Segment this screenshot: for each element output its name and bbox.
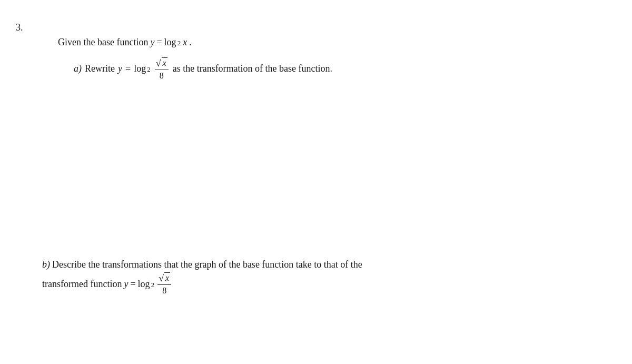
part-a: a) Rewrite y = log2 √x 8 as the transfor…: [74, 57, 600, 81]
part-b-var-y: y: [124, 279, 128, 290]
part-b-sqrt: √x: [159, 272, 170, 284]
main-log-expr: log2: [164, 37, 181, 48]
part-b-log: log: [138, 279, 150, 290]
part-b-sqrt-symbol: √: [159, 273, 164, 283]
part-a-log-base: 2: [147, 65, 151, 74]
main-equals: =: [156, 37, 162, 48]
part-a-sqrt-symbol: √: [156, 58, 161, 68]
page: 3. Given the base function y = log2 x . …: [0, 0, 632, 364]
part-a-sqrt-radicand: x: [162, 57, 167, 69]
part-b-log-base: 2: [151, 281, 155, 289]
part-a-denominator: 8: [159, 70, 165, 81]
part-a-log: log: [134, 63, 146, 74]
given-text: Given the base function: [58, 37, 148, 48]
part-a-suffix: as the transformation of the base functi…: [173, 63, 332, 74]
part-b-line1: b) Describe the transformations that the…: [42, 259, 362, 270]
part-a-fraction: √x 8: [155, 57, 169, 81]
part-b-log-expr: log2: [138, 279, 155, 290]
part-b-line2: transformed function y = log2 √x 8: [42, 272, 362, 296]
part-a-sqrt: √x: [156, 57, 167, 69]
question-main-line: Given the base function y = log2 x .: [58, 37, 600, 48]
part-b-numerator: √x: [157, 272, 171, 285]
part-a-equals: =: [125, 63, 131, 74]
part-b-fraction: √x 8: [157, 272, 171, 296]
part-b-line1-text: Describe the transformations that the gr…: [52, 259, 362, 270]
part-b: b) Describe the transformations that the…: [42, 259, 362, 296]
part-a-label: a): [74, 63, 82, 74]
question-number: 3.: [16, 22, 23, 33]
main-log-base: 2: [177, 39, 181, 47]
part-a-rewrite: Rewrite: [85, 63, 115, 74]
part-a-numerator: √x: [155, 57, 169, 70]
main-var-y: y: [150, 37, 154, 48]
main-dot: .: [189, 37, 192, 48]
part-a-var-y: y: [118, 63, 122, 74]
part-b-label: b): [42, 259, 50, 270]
part-b-equals: =: [130, 279, 135, 290]
part-a-log-expr: log2: [134, 63, 151, 74]
part-b-line2-prefix: transformed function: [42, 279, 122, 290]
question-block: Given the base function y = log2 x . a) …: [58, 37, 600, 81]
part-b-sqrt-radicand: x: [164, 272, 170, 284]
main-log: log: [164, 37, 176, 48]
part-b-denominator: 8: [161, 285, 167, 296]
main-arg-x: x: [183, 37, 187, 48]
